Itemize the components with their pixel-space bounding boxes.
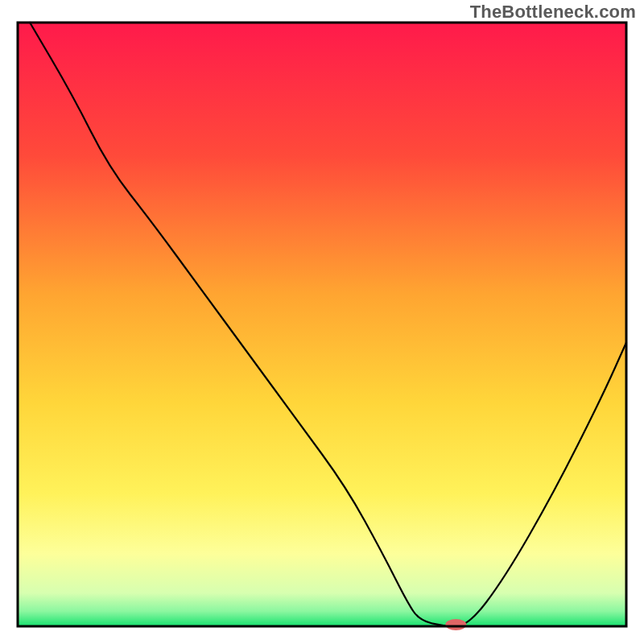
watermark-text: TheBottleneck.com [470,2,636,23]
bottleneck-chart [0,0,644,644]
chart-container: { "watermark": "TheBottleneck.com", "cha… [0,0,644,644]
optimal-point-marker [445,619,466,630]
chart-background [18,23,626,626]
